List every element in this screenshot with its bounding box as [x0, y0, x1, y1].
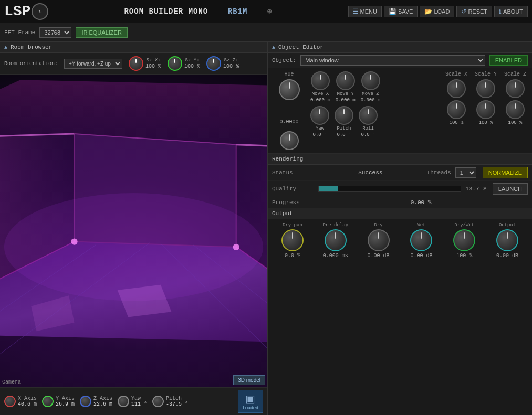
dry-pan-group: Dry pan 0.0 % — [272, 222, 313, 259]
move-x-group: Move X 0.000 m — [310, 71, 330, 103]
camera-x-knob[interactable] — [4, 396, 16, 407]
fft-frame-select[interactable]: 32768 16384 8192 — [39, 27, 71, 38]
save-button[interactable]: 💾 SAVE — [384, 6, 418, 17]
enabled-button[interactable]: ENABLED — [489, 55, 528, 66]
scale-z-knob-top — [503, 79, 528, 98]
rendering-header: Rendering — [268, 154, 532, 165]
scale-z-knob2[interactable] — [506, 100, 525, 119]
scale-x-knob[interactable] — [447, 79, 466, 98]
output-grid: Dry pan 0.0 % Pre-delay 0.000 ms Dry — [272, 222, 528, 259]
output-header: Output — [268, 208, 532, 219]
size-x-control: Sz X: 100 % — [145, 58, 161, 69]
pitch-group: Pitch 0.0 ° — [335, 106, 353, 137]
pre-delay-group: Pre-delay 0.000 ms — [315, 222, 356, 259]
scale-knobs-top — [444, 79, 528, 98]
header: LSP ↻ ROOM BUILDER MONO RB1M ⊕ ☰ MENU 💾 … — [0, 0, 532, 23]
hue-knob[interactable] — [279, 79, 300, 100]
move-row: Move X 0.000 m Move Y 0.000 m Move Z 0.0… — [310, 71, 440, 103]
scale-x-knob2[interactable] — [447, 100, 466, 119]
ir-eq-button[interactable]: IR EQUALIZER — [76, 27, 127, 38]
dry-wet-knob[interactable] — [453, 229, 475, 251]
output-level-knob[interactable] — [496, 229, 518, 251]
launch-button[interactable]: LAUNCH — [493, 183, 528, 195]
header-title: ROOM BUILDER MONO RB1M ⊕ — [124, 7, 272, 16]
move-z-group: Move Z 0.000 m — [361, 71, 381, 103]
wet-knob[interactable] — [410, 229, 432, 251]
move-y-knob[interactable] — [336, 71, 355, 90]
room-orient-label: Room orientation: — [4, 61, 58, 67]
scale-headers: Scale X Scale Y Scale Z — [444, 71, 528, 77]
header-nav: ☰ MENU 💾 SAVE 📂 LOAD ↺ RESET ℹ ABOUT — [348, 6, 528, 17]
dry-wet-group: Dry/Wet 100 % — [444, 222, 485, 259]
object-select[interactable]: Main window — [300, 55, 485, 66]
logo-text: LSP — [4, 3, 30, 19]
main-layout: ▲ Room browser Room orientation: +Y forw… — [0, 42, 532, 415]
size-z-knob[interactable] — [206, 56, 221, 71]
fft-frame-label: FFT Frame — [4, 29, 35, 36]
size-z-control: Sz Z: 100 % — [223, 58, 239, 69]
load-button[interactable]: 📂 LOAD — [420, 6, 454, 17]
svg-point-22 — [71, 238, 77, 244]
normalize-button[interactable]: NORMALIZE — [483, 167, 528, 178]
scale-y-knob-top — [473, 79, 498, 98]
camera-y-knob[interactable] — [42, 396, 54, 407]
scale-y-knob[interactable] — [476, 79, 495, 98]
pitch-knob[interactable] — [335, 106, 353, 125]
camera-x-axis: X Axis 40.6 m — [4, 396, 37, 407]
scale-y-knob2-group: 100 % — [473, 100, 498, 125]
scale-z-knob[interactable] — [506, 79, 525, 98]
load-icon: 📂 — [424, 8, 432, 15]
svg-point-23 — [233, 244, 239, 250]
room-browser-label: Room browser — [11, 44, 52, 50]
about-button[interactable]: ℹ ABOUT — [494, 6, 528, 17]
reset-button[interactable]: ↺ RESET — [456, 6, 492, 17]
camera-z-knob[interactable] — [80, 396, 91, 407]
move-x-knob[interactable] — [311, 71, 330, 90]
threads-select[interactable]: 1248 — [455, 167, 476, 178]
move-z-knob[interactable] — [361, 71, 380, 90]
room-orient-select[interactable]: +Y forward, +Z up — [64, 59, 122, 69]
rendering-section: Rendering Status Success Threads 1248 NO… — [268, 154, 532, 208]
svg-point-21 — [4, 193, 263, 301]
roll-knob[interactable] — [359, 106, 378, 125]
hue-secondary-knob[interactable] — [280, 131, 299, 150]
menu-button[interactable]: ☰ MENU — [348, 6, 382, 17]
camera-pitch-knob[interactable] — [152, 396, 164, 407]
reset-icon: ↺ — [461, 8, 466, 15]
room-browser-header: ▲ Room browser — [0, 42, 267, 53]
camera-yaw-knob[interactable] — [118, 396, 129, 407]
object-editor-label: Object Editor — [278, 44, 324, 50]
3d-model-button[interactable]: 3D model — [233, 375, 265, 385]
transform-column: Move X 0.000 m Move Y 0.000 m Move Z 0.0… — [310, 71, 440, 150]
logo-icon: ↻ — [32, 3, 48, 20]
obj-editor-arrow: ▲ — [272, 45, 275, 50]
hue-column: Hue 0.0000 — [272, 71, 306, 150]
loaded-button[interactable]: ▣ Loaded — [238, 390, 263, 413]
menu-icon: ☰ — [353, 8, 359, 15]
scale-y-knob2[interactable] — [476, 100, 495, 119]
output-controls: Dry pan 0.0 % Pre-delay 0.000 ms Dry — [268, 219, 532, 262]
scale-x-knob2-group: 100 % — [444, 100, 469, 125]
size-x-knob[interactable] — [129, 56, 143, 71]
quality-row: Quality 13.7 % LAUNCH — [268, 181, 532, 197]
right-panel: ▲ Object Editor Object: Main window ENAB… — [268, 42, 532, 415]
viewport[interactable]: Camera 3D model — [0, 75, 267, 387]
yaw-knob[interactable] — [310, 106, 329, 125]
toolbar: FFT Frame 32768 16384 8192 IR EQUALIZER — [0, 23, 532, 42]
yaw-group: Yaw 0.0 ° — [310, 106, 329, 137]
room-controls: Room orientation: +Y forward, +Z up Sz X… — [0, 53, 267, 75]
object-editor-header: ▲ Object Editor — [268, 42, 532, 53]
status-row: Status Success Threads 1248 NORMALIZE — [268, 165, 532, 181]
dry-knob[interactable] — [368, 229, 390, 251]
object-editor-body: Hue 0.0000 Move X 0.000 m — [268, 68, 532, 154]
output-section: Output Dry pan 0.0 % Pre-delay 0.000 ms — [268, 208, 532, 262]
camera-bar: X Axis 40.6 m Y Axis 26.9 m Z Axis 22.6 … — [0, 387, 267, 415]
scale-column: Scale X Scale Y Scale Z — [444, 71, 528, 150]
output-level-group: Output 0.00 dB — [487, 222, 528, 259]
progress-row: Progress 0.00 % — [268, 197, 532, 208]
size-y-knob[interactable] — [168, 56, 182, 71]
save-icon: 💾 — [389, 8, 397, 15]
dry-pan-knob[interactable] — [281, 229, 304, 251]
quality-bar — [318, 186, 461, 192]
pre-delay-knob[interactable] — [325, 229, 347, 251]
